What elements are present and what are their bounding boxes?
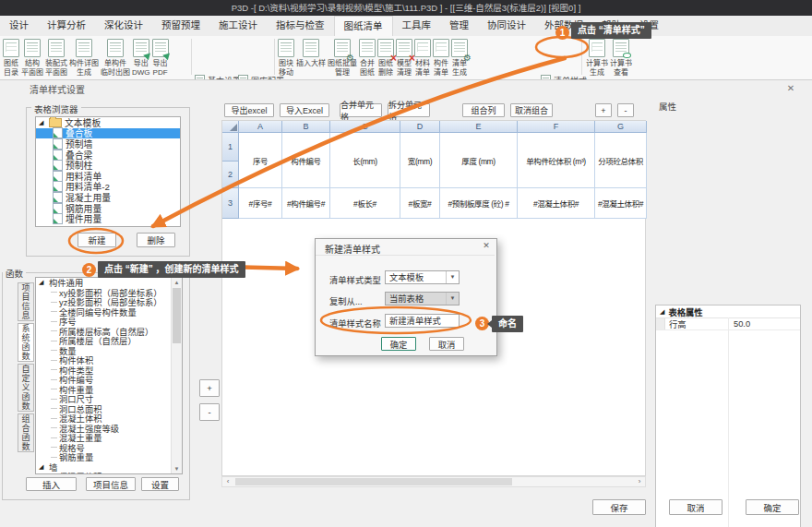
function-tab[interactable]: 自定义函数 — [18, 364, 34, 412]
column-header[interactable]: E — [440, 121, 518, 133]
ribbon-button[interactable]: 插入大样 — [295, 38, 327, 69]
row-number[interactable]: 2 — [222, 162, 239, 188]
ribbon-button[interactable]: 导出 DWG — [131, 38, 151, 78]
scroll-left-icon[interactable]: ‹ — [222, 477, 233, 486]
ribbon-button[interactable]: 构件 清单 — [432, 38, 450, 78]
settings-button[interactable]: 设置 — [141, 477, 179, 491]
ribbon-tab[interactable]: 计算分析 — [38, 16, 95, 36]
ok-button[interactable]: 确定 — [746, 499, 799, 515]
close-icon[interactable]: ✕ — [481, 240, 492, 251]
ribbon-tab[interactable]: 协同设计 — [478, 16, 535, 36]
row-number[interactable]: 3 — [222, 188, 239, 219]
ribbon-button[interactable]: 装配式 平面图 — [44, 38, 68, 78]
table-field-cell[interactable]: #板长# — [330, 188, 400, 219]
table-field-cell[interactable]: #混凝土体积# — [595, 188, 647, 219]
select-all-corner[interactable] — [222, 121, 239, 133]
delete-button[interactable]: 删除 — [137, 233, 175, 247]
ribbon-tab[interactable]: 管理 — [440, 16, 478, 36]
list-style-type-select[interactable]: 文本模板 ▼ — [385, 270, 460, 284]
ribbon-button[interactable]: 计算书 生成 — [585, 38, 609, 78]
row-number[interactable]: 1 — [222, 133, 239, 162]
chevron-down-icon[interactable]: ▼ — [446, 293, 459, 305]
function-item[interactable]: 混凝土强度等级 — [36, 424, 182, 434]
list-style-name-input[interactable]: 新建清单样式 — [385, 314, 460, 328]
function-group-node[interactable]: ◢ 墙 — [36, 462, 182, 473]
function-item[interactable]: 洞口尺寸 — [36, 394, 182, 404]
ribbon-button[interactable]: 计算书 查看 — [609, 38, 633, 78]
table-header-cell[interactable]: 分项砼总体积 — [595, 133, 647, 188]
ribbon-button[interactable]: 合并 图纸 — [358, 38, 376, 78]
ribbon-button[interactable]: 导出 PDF — [151, 38, 170, 78]
split-cells-button[interactable]: 拆分单元格 — [388, 103, 430, 117]
horizontal-scrollbar[interactable]: ‹ › — [221, 476, 646, 487]
function-item[interactable]: 构件体积 — [36, 355, 182, 365]
close-icon[interactable]: ✕ — [784, 82, 797, 95]
template-item[interactable]: 叠合梁 — [36, 150, 180, 161]
scroll-up-icon[interactable]: ▲ — [172, 278, 182, 287]
scroll-right-icon[interactable]: › — [634, 477, 645, 486]
column-header[interactable]: A — [239, 121, 282, 133]
merge-cells-button[interactable]: 合并单元格 — [340, 103, 382, 117]
side-minus-button[interactable]: - — [199, 403, 220, 421]
column-header[interactable]: F — [518, 121, 595, 133]
ribbon-button[interactable]: 图纸批量 管理 — [327, 38, 358, 78]
property-value[interactable]: 50.0 — [730, 319, 750, 329]
copy-from-select[interactable]: 当前表格 ▼ — [385, 292, 460, 305]
scroll-down-icon[interactable]: ▼ — [172, 464, 182, 473]
function-item[interactable]: 洞口总面积 — [36, 404, 182, 414]
dialog-cancel-button[interactable]: 取消 — [429, 337, 464, 351]
ribbon-button[interactable]: 图块 移动 — [277, 38, 295, 78]
ungroup-button[interactable]: 取消组合 — [510, 103, 553, 117]
ribbon-button[interactable]: 材料 清单 — [413, 38, 432, 78]
side-plus-button[interactable]: + — [199, 379, 220, 397]
vertical-scrollbar[interactable]: ▲ ▼ — [171, 278, 182, 473]
ribbon-tab[interactable]: 图纸清单 — [334, 16, 393, 36]
function-tab[interactable]: 项目信息 — [18, 282, 34, 321]
ribbon-tab[interactable]: 预留预埋 — [152, 16, 209, 36]
table-header-cell[interactable]: 长(mm) — [330, 133, 400, 188]
table-minus-button[interactable]: - — [617, 103, 634, 117]
table-field-cell[interactable]: #混凝土体积# — [518, 188, 595, 219]
new-button[interactable]: 新建 — [78, 233, 116, 247]
scrollbar-thumb[interactable] — [235, 478, 512, 485]
function-item[interactable]: 规格号 — [36, 443, 182, 453]
template-item[interactable]: 钢筋用量 — [36, 203, 180, 214]
table-header-cell[interactable]: 序号 — [239, 133, 282, 188]
template-item[interactable]: 埋件用量 — [36, 213, 180, 224]
ribbon-button[interactable]: 构件详图 生成 — [68, 38, 100, 78]
export-excel-button[interactable]: 导出excel — [224, 103, 274, 117]
function-item[interactable]: 所属楼层（自然层） — [36, 336, 182, 346]
table-field-cell[interactable]: #序号# — [239, 188, 282, 219]
project-info-button[interactable]: 项目信息 — [86, 477, 136, 491]
function-tab[interactable]: 组合函数 — [18, 413, 34, 452]
table-field-cell[interactable]: #板宽# — [400, 188, 440, 219]
function-item[interactable]: 钢筋重量 — [36, 452, 182, 462]
table-header-cell[interactable]: 宽(mm) — [400, 133, 440, 188]
ribbon-button[interactable]: 单构件 临时出图 — [100, 38, 131, 78]
column-header[interactable]: C — [330, 121, 400, 133]
template-item[interactable]: 叠合板 — [36, 128, 180, 139]
scrollbar-thumb[interactable] — [173, 288, 181, 343]
ribbon-tab[interactable]: 指标与检查 — [267, 16, 334, 36]
group-column-button[interactable]: 组合列 — [462, 103, 505, 117]
insert-button[interactable]: 插入 — [26, 477, 77, 491]
ribbon-tab[interactable]: 深化设计 — [95, 16, 152, 36]
template-item[interactable]: 混凝土用量 — [36, 192, 180, 203]
table-header-cell[interactable]: 厚度 (mm) — [440, 133, 518, 188]
ribbon-tab[interactable]: 设计 — [0, 16, 38, 36]
ribbon-button[interactable]: 清单 生成 — [450, 38, 469, 78]
expander-icon[interactable]: ◢ — [39, 119, 46, 126]
table-field-cell[interactable]: #构件编号# — [282, 188, 330, 219]
ribbon-button[interactable]: 图纸 删除 — [376, 38, 395, 78]
ribbon-tab[interactable]: 施工设计 — [209, 16, 267, 36]
template-item[interactable]: 预制墙 — [36, 138, 180, 150]
function-item[interactable]: 构件类型 — [36, 365, 182, 376]
chevron-down-icon[interactable]: ▼ — [446, 271, 459, 283]
table-header-cell[interactable]: 构件编号 — [282, 133, 330, 188]
expander-icon[interactable]: ◢ — [39, 463, 46, 471]
template-item[interactable]: 预制柱 — [36, 160, 180, 171]
dialog-ok-button[interactable]: 确定 — [381, 337, 416, 351]
table-plus-button[interactable]: + — [595, 103, 612, 117]
properties-group-header[interactable]: ◢ 表格属性 — [656, 305, 800, 318]
table-header-cell[interactable]: 单构件砼体积 (m³) — [518, 133, 595, 188]
